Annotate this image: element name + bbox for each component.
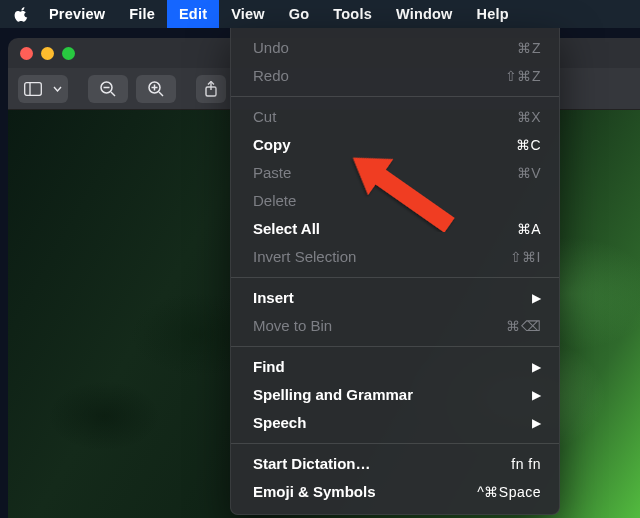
menu-app-name[interactable]: Preview	[37, 0, 117, 28]
menu-item-emoji-symbols[interactable]: Emoji & Symbols ^⌘Space	[231, 478, 559, 506]
menu-item-find[interactable]: Find ▶	[231, 353, 559, 381]
window-zoom-button[interactable]	[62, 47, 75, 60]
menu-item-redo: Redo ⇧⌘Z	[231, 62, 559, 90]
menu-item-insert[interactable]: Insert ▶	[231, 284, 559, 312]
menu-help[interactable]: Help	[465, 0, 521, 28]
menu-item-cut: Cut ⌘X	[231, 103, 559, 131]
sidebar-toggle-button[interactable]	[18, 75, 68, 103]
edit-menu-dropdown: Undo ⌘Z Redo ⇧⌘Z Cut ⌘X Copy ⌘C Paste ⌘V…	[230, 28, 560, 515]
menu-item-select-all[interactable]: Select All ⌘A	[231, 215, 559, 243]
submenu-arrow-icon: ▶	[532, 384, 541, 406]
zoom-in-button[interactable]	[136, 75, 176, 103]
menu-separator	[231, 443, 559, 444]
menu-item-invert-selection: Invert Selection ⇧⌘I	[231, 243, 559, 271]
menu-item-paste: Paste ⌘V	[231, 159, 559, 187]
zoom-out-button[interactable]	[88, 75, 128, 103]
menu-item-delete: Delete	[231, 187, 559, 215]
window-close-button[interactable]	[20, 47, 33, 60]
submenu-arrow-icon: ▶	[532, 412, 541, 434]
menu-tools[interactable]: Tools	[321, 0, 384, 28]
menu-item-start-dictation[interactable]: Start Dictation… fn fn	[231, 450, 559, 478]
submenu-arrow-icon: ▶	[532, 287, 541, 309]
menu-item-spelling-grammar[interactable]: Spelling and Grammar ▶	[231, 381, 559, 409]
menubar: Preview File Edit View Go Tools Window H…	[0, 0, 640, 28]
menu-separator	[231, 277, 559, 278]
menu-item-move-to-bin: Move to Bin ⌘⌫	[231, 312, 559, 340]
apple-menu-icon[interactable]	[14, 6, 29, 23]
menu-go[interactable]: Go	[277, 0, 322, 28]
svg-rect-0	[25, 82, 42, 95]
submenu-arrow-icon: ▶	[532, 356, 541, 378]
svg-line-6	[159, 92, 163, 96]
window-traffic-lights	[20, 47, 75, 60]
menu-separator	[231, 96, 559, 97]
share-button[interactable]	[196, 75, 226, 103]
menu-edit[interactable]: Edit	[167, 0, 219, 28]
window-minimize-button[interactable]	[41, 47, 54, 60]
menu-window[interactable]: Window	[384, 0, 465, 28]
menu-separator	[231, 346, 559, 347]
menu-view[interactable]: View	[219, 0, 277, 28]
menu-item-speech[interactable]: Speech ▶	[231, 409, 559, 437]
menu-file[interactable]: File	[117, 0, 167, 28]
menu-item-undo: Undo ⌘Z	[231, 34, 559, 62]
menu-item-copy[interactable]: Copy ⌘C	[231, 131, 559, 159]
svg-line-3	[111, 92, 115, 96]
